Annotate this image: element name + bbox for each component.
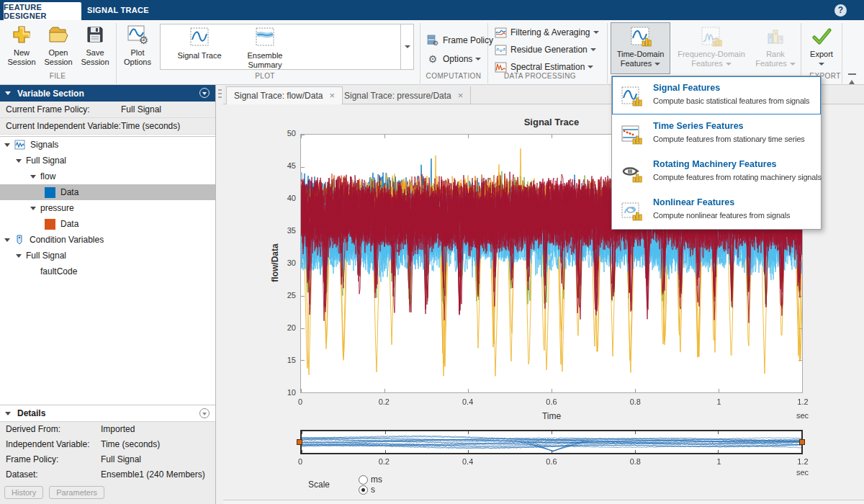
details-row: Dataset:Ensemble1 (240 Members) <box>0 467 215 482</box>
data-processing-section-label: DATA PROCESSING <box>482 72 598 80</box>
new-session-button[interactable]: New Session <box>4 23 39 67</box>
save-session-label: Save Session <box>78 48 112 67</box>
chevron-down-icon <box>405 45 410 48</box>
details-label: Derived From: <box>6 424 60 434</box>
parameters-button[interactable]: Parameters <box>49 486 104 499</box>
history-button[interactable]: History <box>4 486 43 499</box>
plot-gear-icon: ⚙ <box>127 23 148 46</box>
menu-item-rotating-machinery-features[interactable]: Rotating Machinery FeaturesCompute featu… <box>612 153 821 191</box>
panel-menu-icon[interactable] <box>199 88 210 98</box>
document-tab-label: Signal Trace: pressure/Data <box>344 91 451 101</box>
ensemble-summary-icon <box>255 27 275 50</box>
menu-item-description: Compute features from rotating machinery… <box>653 173 822 181</box>
y-tick-label: 50 <box>271 129 296 138</box>
spectral-estimation-label: Spectral Estimation <box>510 62 585 72</box>
plot-section-label: PLOT <box>236 72 294 80</box>
details-row: Independent Variable:Time (seconds) <box>0 437 215 452</box>
save-session-button[interactable]: Save Session <box>78 23 112 67</box>
expander-icon[interactable] <box>30 207 36 210</box>
tab-feature-designer[interactable]: FEATURE DESIGNER <box>4 2 81 20</box>
variable-section-header[interactable]: Variable Section <box>0 85 215 102</box>
menu-item-title: Nonlinear Features <box>653 197 734 207</box>
tab-signal-trace[interactable]: SIGNAL TRACE <box>85 0 151 20</box>
expander-icon[interactable] <box>4 238 10 242</box>
chevron-down-icon <box>593 31 599 34</box>
export-label: Export <box>810 50 833 68</box>
panel-menu-icon[interactable] <box>199 408 210 418</box>
gallery-item-ensemble-summary[interactable]: Ensemble Summary <box>233 27 297 68</box>
gallery-dropdown-button[interactable] <box>401 24 414 70</box>
x-tick-label: 1 <box>703 397 735 406</box>
menu-item-signal-features[interactable]: Signal FeaturesCompute basic statistical… <box>612 76 821 114</box>
signals-icon <box>14 140 25 150</box>
document-tab[interactable]: Signal Trace: pressure/Data× <box>337 86 471 104</box>
tree-item-flow[interactable]: flow <box>0 168 215 184</box>
x-tick-label: 0.4 <box>452 397 484 406</box>
chevron-down-icon <box>475 58 481 60</box>
document-tab-label: Signal Trace: flow/Data <box>234 91 323 101</box>
tree-item-faultcode[interactable]: faultCode <box>0 264 215 279</box>
menu-item-nonlinear-features[interactable]: Nonlinear FeaturesCompute nonlinear feat… <box>612 191 821 229</box>
variable-info-rows: Current Frame Policy:Full SignalCurrent … <box>0 102 215 135</box>
svg-text:⚙: ⚙ <box>433 40 438 46</box>
expander-icon[interactable] <box>16 254 22 258</box>
panner-canvas[interactable] <box>302 431 801 453</box>
open-session-label: Open Session <box>40 48 76 67</box>
feature-designer-app: FEATURE DESIGNER SIGNAL TRACE ? New Sess… <box>0 0 864 504</box>
radio-label: ms <box>371 474 382 485</box>
panner-left-handle[interactable] <box>297 439 302 445</box>
rank-features-label: Rank Features <box>753 50 798 68</box>
tree-item-pressure[interactable]: pressure <box>0 200 215 216</box>
close-icon[interactable]: × <box>329 91 335 100</box>
y-tick-label: 10 <box>271 388 296 397</box>
options-button[interactable]: ⚙ Options <box>426 52 481 66</box>
y-tick-label: 20 <box>271 323 296 332</box>
menu-item-time-series-features[interactable]: Time Series FeaturesCompute features fro… <box>612 114 821 153</box>
export-button[interactable]: Export <box>804 22 840 74</box>
tree-item-full-signal[interactable]: Full Signal <box>0 153 215 168</box>
panner-tick-label: 0.4 <box>452 457 484 466</box>
panel-splitter[interactable] <box>217 85 223 504</box>
residue-generation-button[interactable]: +++ Residue Generation <box>494 42 596 57</box>
menu-item-description: Compute features from stationary time se… <box>653 135 805 143</box>
details-row: Derived From:Imported <box>0 422 215 437</box>
status-strip <box>223 500 864 504</box>
help-icon[interactable]: ? <box>834 4 847 17</box>
panner-right-handle[interactable] <box>799 439 805 445</box>
scale-radio-s[interactable]: s <box>359 485 382 495</box>
tree-item-data[interactable]: Data <box>0 184 215 200</box>
expander-icon[interactable] <box>4 143 10 147</box>
close-icon[interactable]: × <box>458 91 464 100</box>
svg-text:⚙: ⚙ <box>139 34 148 45</box>
expander-icon[interactable] <box>16 159 22 163</box>
panner-strip[interactable] <box>300 430 803 454</box>
open-session-button[interactable]: Open Session <box>40 23 76 67</box>
time-domain-features-label: Time-Domain Features <box>611 50 670 68</box>
tree-item-condition-variables[interactable]: Condition Variables <box>0 232 215 248</box>
y-tick-label: 45 <box>271 161 296 170</box>
frame-policy-button[interactable]: ⚙ Frame Policy <box>426 33 493 48</box>
info-value: Time (seconds) <box>121 121 180 131</box>
expander-icon[interactable] <box>30 175 36 179</box>
scale-radio-ms[interactable]: ms <box>359 474 382 485</box>
tree-item-signals[interactable]: Signals <box>0 137 215 153</box>
details-header[interactable]: Details <box>0 405 215 422</box>
document-tab[interactable]: Signal Trace: flow/Data× <box>226 86 343 104</box>
panner-tick-label: 0.6 <box>536 457 567 466</box>
check-icon <box>811 25 832 48</box>
plot-options-button[interactable]: ⚙ Plot Options <box>119 23 156 67</box>
gallery-item-signal-trace[interactable]: Signal Trace <box>169 27 230 68</box>
section-divider <box>607 23 608 84</box>
plot-type-gallery: Signal Trace Ensemble Summary <box>160 24 401 70</box>
details-label: Independent Variable: <box>6 439 90 449</box>
time-domain-features-button[interactable]: Time-Domain Features <box>611 22 670 74</box>
details-panel: Details Derived From:ImportedIndependent… <box>0 405 215 504</box>
info-label: Current Frame Policy: <box>6 104 90 114</box>
filtering-averaging-button[interactable]: Filtering & Averaging <box>494 25 599 40</box>
details-title: Details <box>17 408 45 418</box>
menu-item-description: Compute basic statistical features from … <box>653 96 809 105</box>
chevron-down-icon <box>654 63 660 66</box>
time-domain-icon <box>630 25 652 48</box>
tree-item-full-signal[interactable]: Full Signal <box>0 248 215 264</box>
tree-item-data[interactable]: Data <box>0 216 215 232</box>
